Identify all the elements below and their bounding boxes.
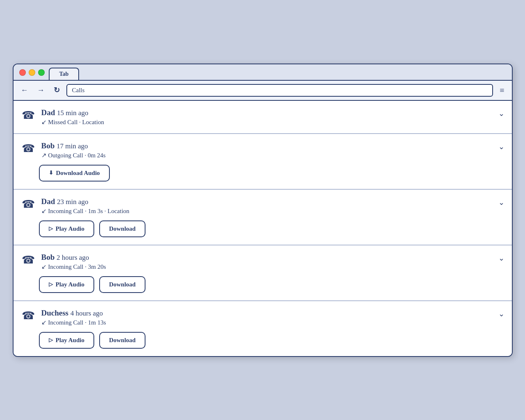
expand-button[interactable]: ⌄ [498,198,505,207]
call-contact: Dad 23 min ago [41,197,502,206]
phone-icon: ☎ [22,309,35,322]
browser-window: Tab ← → ↻ ≡ ☎ Dad 15 min ago ↙ Missed Ca… [13,64,513,357]
play-icon: ▷ [49,337,53,343]
call-actions: ▷ Play Audio Download [39,332,502,349]
call-details: ↙ Incoming Call · 1m 3s · Location [41,207,502,215]
call-details: ↙ Incoming Call · 1m 13s [41,319,502,326]
call-contact: Duchess 4 hours ago [41,309,502,318]
call-info: Dad 15 min ago ↙ Missed Call · Location [41,108,502,126]
call-info: Duchess 4 hours ago ↙ Incoming Call · 1m… [41,309,502,326]
download-label: Download [109,225,136,232]
call-header: ☎ Bob 17 min ago ↗ Outgoing Call · 0m 24… [22,141,502,159]
phone-icon: ☎ [22,198,35,211]
download-button[interactable]: Download [99,220,145,237]
play-audio-label: Play Audio [56,225,84,232]
menu-icon[interactable]: ≡ [497,85,507,96]
refresh-button[interactable]: ↻ [51,85,62,95]
back-button[interactable]: ← [18,85,31,95]
call-contact: Dad 15 min ago [41,108,502,117]
expand-button[interactable]: ⌄ [498,309,505,318]
browser-tab[interactable]: Tab [49,68,80,80]
call-details: ↗ Outgoing Call · 0m 24s [41,152,502,159]
call-item: ☎ Dad 15 min ago ↙ Missed Call · Locatio… [14,101,512,134]
title-bar: Tab [14,64,512,81]
nav-bar: ← → ↻ ≡ [14,81,512,101]
call-contact: Bob 17 min ago [41,141,502,150]
traffic-lights [19,69,45,80]
download-audio-button[interactable]: ⬇ Download Audio [39,165,110,182]
play-audio-button[interactable]: ▷ Play Audio [39,332,94,349]
call-header: ☎ Bob 2 hours ago ↙ Incoming Call · 3m 2… [22,253,502,270]
call-details: ↙ Incoming Call · 3m 20s [41,263,502,270]
call-info: Dad 23 min ago ↙ Incoming Call · 1m 3s ·… [41,197,502,215]
call-item: ☎ Bob 17 min ago ↗ Outgoing Call · 0m 24… [14,134,512,190]
play-audio-button[interactable]: ▷ Play Audio [39,220,94,237]
call-item: ☎ Dad 23 min ago ↙ Incoming Call · 1m 3s… [14,190,512,245]
call-contact: Bob 2 hours ago [41,253,502,262]
play-audio-label: Play Audio [56,281,84,288]
address-bar[interactable] [66,84,493,97]
download-icon: ⬇ [49,170,53,176]
download-audio-label: Download Audio [56,170,100,177]
call-header: ☎ Dad 23 min ago ↙ Incoming Call · 1m 3s… [22,197,502,215]
call-header: ☎ Dad 15 min ago ↙ Missed Call · Locatio… [22,108,502,126]
call-item: ☎ Bob 2 hours ago ↙ Incoming Call · 3m 2… [14,245,512,301]
download-label: Download [109,281,136,288]
play-icon: ▷ [49,281,53,288]
close-button[interactable] [19,69,26,76]
play-audio-label: Play Audio [56,337,84,344]
call-item: ☎ Duchess 4 hours ago ↙ Incoming Call · … [14,301,512,356]
expand-button[interactable]: ⌄ [498,109,505,118]
phone-icon: ☎ [22,142,35,155]
expand-button[interactable]: ⌄ [498,254,505,263]
forward-button[interactable]: → [35,85,47,95]
call-actions: ⬇ Download Audio [39,165,502,182]
call-actions: ▷ Play Audio Download [39,220,502,237]
call-info: Bob 2 hours ago ↙ Incoming Call · 3m 20s [41,253,502,270]
call-details: ↙ Missed Call · Location [41,118,502,126]
expand-button[interactable]: ⌄ [498,142,505,151]
download-button[interactable]: Download [99,276,145,293]
calls-list: ☎ Dad 15 min ago ↙ Missed Call · Locatio… [14,101,512,356]
phone-icon: ☎ [22,109,35,122]
minimize-button[interactable] [29,69,35,76]
maximize-button[interactable] [38,69,45,76]
phone-icon: ☎ [22,254,35,266]
download-label: Download [109,337,136,344]
call-info: Bob 17 min ago ↗ Outgoing Call · 0m 24s [41,141,502,159]
play-audio-button[interactable]: ▷ Play Audio [39,276,94,293]
download-button[interactable]: Download [99,332,145,349]
play-icon: ▷ [49,225,53,232]
call-header: ☎ Duchess 4 hours ago ↙ Incoming Call · … [22,309,502,326]
call-actions: ▷ Play Audio Download [39,276,502,293]
